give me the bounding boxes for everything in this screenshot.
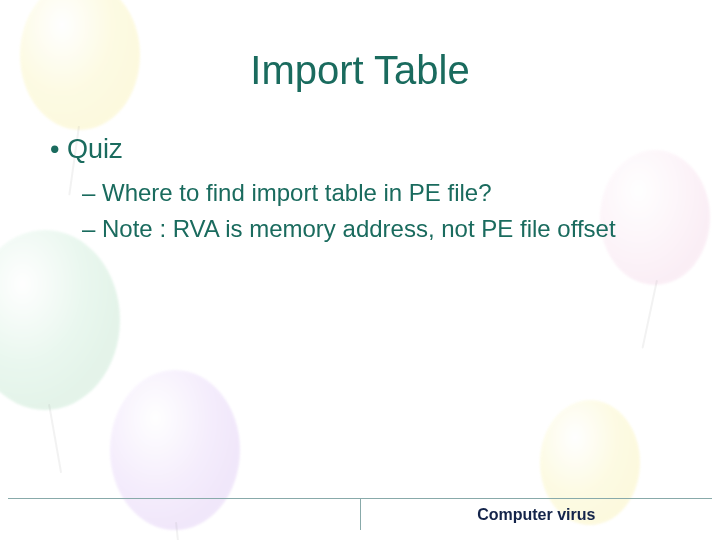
decoration-balloon-string xyxy=(48,404,62,473)
bullet-level1: Quiz xyxy=(50,132,670,167)
slide: Import Table Quiz Where to find import t… xyxy=(0,0,720,540)
bullet-level2: Note : RVA is memory address, not PE fil… xyxy=(56,213,670,245)
slide-body: Quiz Where to find import table in PE fi… xyxy=(50,132,670,246)
bullet-level2: Where to find import table in PE file? xyxy=(56,177,670,209)
footer-right-label: Computer virus xyxy=(361,499,713,530)
footer: Computer virus xyxy=(8,498,712,530)
footer-left xyxy=(8,499,361,530)
decoration-balloon xyxy=(0,230,120,410)
decoration-balloon-string xyxy=(641,280,658,349)
slide-title: Import Table xyxy=(0,48,720,93)
